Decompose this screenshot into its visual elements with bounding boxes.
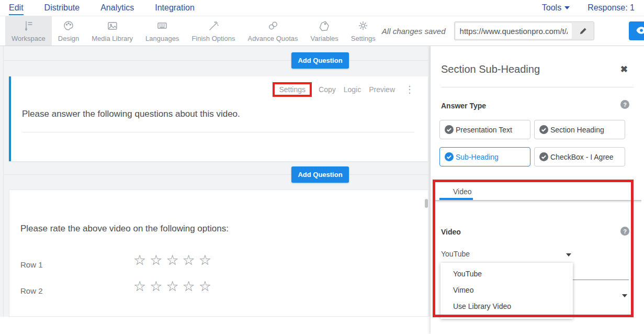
primary-tabs: Edit Distribute Analytics Integration: [0, 1, 195, 15]
question-actions: Settings Copy Logic Preview ⋮: [274, 85, 414, 94]
response-count-link[interactable]: Response: 1: [587, 3, 635, 13]
help-icon[interactable]: ?: [620, 100, 629, 109]
editor-toolbar: Workspace Design Media Library Languages…: [0, 16, 644, 46]
tab-divider: [433, 200, 641, 201]
nav-tab-edit[interactable]: Edit: [9, 1, 24, 15]
chevron-down-icon[interactable]: [622, 294, 627, 297]
question-preview-link[interactable]: Preview: [369, 85, 395, 94]
toolbar-item-label: Languages: [145, 35, 179, 42]
answer-type-section-heading[interactable]: Section Heading: [534, 120, 625, 139]
answer-type-checkbox-i-agree[interactable]: CheckBox - I Agree: [534, 147, 625, 166]
panel-title: Section Sub-Heading: [441, 63, 540, 75]
chain-links-icon: [267, 20, 279, 33]
answer-type-label: Answer Type: [441, 102, 486, 110]
tools-menu[interactable]: Tools: [542, 3, 570, 13]
toolbar-item-label: Design: [58, 35, 79, 42]
nav-tab-integration[interactable]: Integration: [155, 1, 195, 15]
nav-tab-analytics[interactable]: Analytics: [100, 1, 134, 15]
question-card-subheading: Settings Copy Logic Preview ⋮ Please ans…: [9, 76, 428, 161]
check-circle-icon: [445, 152, 454, 161]
workspace-icon: [22, 20, 34, 33]
toolbar-item-label: Variables: [311, 35, 338, 42]
question-logic-link[interactable]: Logic: [344, 85, 361, 94]
page-bottom: [0, 317, 431, 334]
toolbar-item-variables[interactable]: Variables: [304, 16, 345, 46]
palette-icon: [63, 20, 74, 33]
tag-icon: [319, 20, 330, 33]
image-icon: [107, 20, 118, 33]
dropdown-option-youtube[interactable]: YouTube: [440, 266, 573, 282]
answer-type-grid: Presentation Text Section Heading Sub-He…: [439, 120, 625, 166]
edit-pencil-icon[interactable]: [573, 27, 594, 35]
toolbar-item-label: Settings: [351, 35, 376, 42]
toolbar-item-finish-options[interactable]: Finish Options: [185, 16, 241, 46]
survey-url-input[interactable]: [456, 23, 572, 39]
annotation-settings-highlight: Settings: [273, 82, 312, 97]
section-divider: [3, 60, 428, 61]
check-circle-icon: [445, 125, 454, 134]
answer-type-presentation-text[interactable]: Presentation Text: [439, 120, 530, 139]
answer-type-label-text: Sub-Heading: [456, 153, 499, 161]
video-source-dropdown: YouTube Vimeo Use Library Video: [440, 263, 573, 319]
save-status: All changes saved: [382, 27, 446, 36]
keyboard-icon: [156, 20, 168, 33]
scrollbar-thumb[interactable]: [425, 199, 428, 208]
toolbar-item-label: Media Library: [92, 35, 133, 42]
tab-video[interactable]: Video: [453, 187, 472, 196]
toolbar-item-languages[interactable]: Languages: [139, 16, 185, 46]
panel-divider: [441, 87, 634, 87]
toolbar-item-label: Advance Quotas: [247, 35, 298, 42]
question-settings-link[interactable]: Settings: [279, 85, 306, 94]
add-question-button-top[interactable]: Add Question: [291, 52, 349, 69]
section-divider: [3, 174, 428, 175]
survey-editor-canvas: Add Question Settings Copy Logic Preview…: [0, 46, 644, 334]
toolbar-item-workspace[interactable]: Workspace: [5, 16, 52, 46]
chevron-down-icon: [564, 6, 570, 9]
help-icon[interactable]: ?: [620, 227, 629, 236]
question1-text[interactable]: Please answer the following questions ab…: [22, 109, 240, 119]
video-field-label: Video: [441, 228, 461, 236]
question-card-star-rating: Please rate the above video on the follo…: [9, 190, 428, 317]
star-rating-row[interactable]: ☆☆☆☆☆: [133, 278, 215, 295]
page-left-edge: [3, 46, 4, 317]
check-circle-icon: [539, 125, 548, 134]
answer-type-label-text: Presentation Text: [456, 126, 512, 134]
question1-underline: [22, 132, 414, 132]
chevron-down-icon[interactable]: [566, 253, 571, 257]
toolbar-right: All changes saved: [382, 16, 644, 46]
nav-tab-distribute[interactable]: Distribute: [44, 1, 80, 15]
dropdown-option-use-library-video[interactable]: Use Library Video: [440, 298, 573, 315]
question2-text[interactable]: Please rate the above video on the follo…: [20, 224, 229, 234]
answer-type-label-text: CheckBox - I Agree: [550, 153, 614, 161]
toolbar-item-settings[interactable]: Settings: [345, 16, 382, 46]
check-circle-icon: [539, 152, 548, 161]
question-copy-link[interactable]: Copy: [319, 85, 336, 94]
add-question-button-middle[interactable]: Add Question: [291, 166, 349, 183]
gear-icon: [357, 20, 369, 33]
toolbar-item-label: Workspace: [12, 35, 46, 42]
kebab-menu-icon[interactable]: ⋮: [405, 85, 414, 94]
question-settings-panel: Section Sub-Heading ✖ Answer Type ? Pres…: [431, 46, 644, 334]
toolbar-item-label: Finish Options: [191, 35, 235, 42]
toolbar-item-design[interactable]: Design: [52, 16, 85, 46]
dropdown-option-vimeo[interactable]: Vimeo: [440, 282, 573, 298]
questionpro-survey-editor: Edit Distribute Analytics Integration To…: [0, 0, 644, 334]
star-rating-row[interactable]: ☆☆☆☆☆: [133, 252, 215, 269]
rating-row-label: Row 1: [20, 260, 43, 269]
toolbar-item-media-library[interactable]: Media Library: [85, 16, 139, 46]
top-nav: Edit Distribute Analytics Integration To…: [0, 0, 644, 16]
magic-wand-icon: [208, 20, 219, 33]
rating-row-label: Row 2: [20, 286, 43, 295]
eye-icon: [636, 27, 644, 36]
survey-url-group: [454, 21, 594, 40]
answer-type-sub-heading[interactable]: Sub-Heading: [439, 147, 530, 166]
preview-eye-button[interactable]: [629, 21, 644, 40]
nav-right: Tools Response: 1: [542, 3, 644, 13]
toolbar-item-advance-quotas[interactable]: Advance Quotas: [241, 16, 304, 46]
video-source-select[interactable]: YouTube: [441, 250, 470, 258]
tools-label: Tools: [542, 3, 561, 13]
close-icon[interactable]: ✖: [620, 64, 628, 75]
answer-type-label-text: Section Heading: [550, 126, 604, 134]
